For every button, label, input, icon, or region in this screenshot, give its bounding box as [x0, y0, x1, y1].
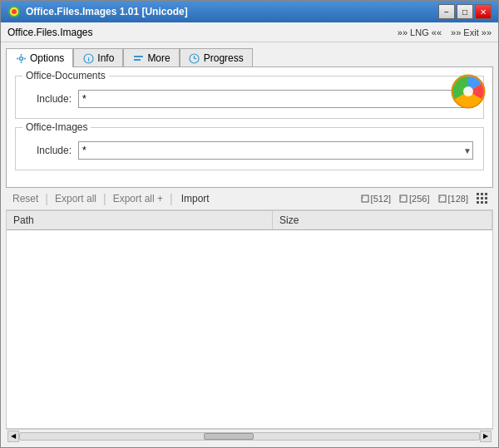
- svg-rect-17: [362, 195, 368, 202]
- table-body[interactable]: [7, 230, 492, 428]
- main-window: Office.Files.Images 1.01 [Unicode] − □ ✕…: [0, 0, 499, 448]
- main-content: Options i Info More: [1, 42, 498, 447]
- office-documents-legend: Office-Documents: [22, 70, 109, 81]
- svg-point-16: [463, 86, 473, 96]
- svg-rect-10: [134, 56, 143, 57]
- clock-icon: [189, 52, 200, 64]
- svg-rect-19: [400, 195, 407, 202]
- office-documents-section: Office-Documents Include: * All None ▼: [15, 76, 484, 119]
- import-button[interactable]: Import: [175, 191, 216, 206]
- window-title: Office.Files.Images 1.01 [Unicode]: [26, 6, 188, 17]
- col-header-path: Path: [7, 211, 273, 229]
- tab-info[interactable]: i Info: [73, 48, 123, 67]
- app-icon: [7, 5, 21, 18]
- tab-more[interactable]: More: [123, 48, 179, 67]
- close-button[interactable]: ✕: [475, 4, 492, 19]
- tab-info-label: Info: [97, 52, 114, 64]
- tab-bar: Options i Info More: [6, 47, 493, 66]
- export-all-button[interactable]: Export all: [50, 191, 101, 206]
- toolbar: Reset | Export all | Export all + | Impo…: [6, 188, 493, 210]
- office-images-legend: Office-Images: [22, 121, 91, 133]
- lng-button[interactable]: »» LNG ««: [398, 27, 442, 37]
- scroll-track[interactable]: [19, 432, 480, 441]
- info-icon: i: [82, 52, 94, 64]
- gear-icon: [15, 52, 27, 64]
- reset-button[interactable]: Reset: [7, 191, 43, 206]
- grid-icon: [477, 193, 488, 204]
- maximize-button[interactable]: □: [457, 4, 473, 19]
- horizontal-scrollbar[interactable]: ◀ ▶: [6, 429, 493, 442]
- scroll-right-arrow[interactable]: ▶: [480, 431, 492, 442]
- scroll-left-arrow[interactable]: ◀: [7, 431, 19, 442]
- scroll-thumb[interactable]: [204, 433, 254, 440]
- size-512-button[interactable]: [512]: [358, 192, 394, 205]
- tab-progress[interactable]: Progress: [180, 48, 253, 67]
- tab-options[interactable]: Options: [6, 48, 73, 67]
- resize-icon-512: [361, 194, 369, 203]
- table-header: Path Size: [7, 211, 492, 230]
- svg-point-2: [12, 9, 17, 14]
- tab-progress-label: Progress: [204, 52, 244, 64]
- title-bar: Office.Files.Images 1.01 [Unicode] − □ ✕: [1, 1, 498, 22]
- more-icon: [132, 52, 144, 64]
- resize-icon-256: [399, 194, 408, 203]
- svg-text:i: i: [87, 56, 89, 63]
- logo-icon: [451, 74, 486, 109]
- minimize-button[interactable]: −: [438, 4, 455, 19]
- svg-rect-21: [439, 195, 446, 202]
- tab-options-label: Options: [30, 52, 64, 64]
- options-panel: Office-Documents Include: * All None ▼ O: [6, 66, 493, 188]
- menu-bar: Office.Files.Images »» LNG «« »» Exit »»: [1, 22, 498, 42]
- tab-more-label: More: [147, 52, 170, 64]
- size-256-button[interactable]: [256]: [396, 192, 432, 205]
- images-include-label: Include:: [26, 145, 72, 156]
- office-images-section: Office-Images Include: * All None ▼: [15, 127, 484, 170]
- export-all-plus-button[interactable]: Export all +: [108, 191, 168, 206]
- documents-include-label: Include:: [26, 93, 72, 105]
- grid-view-button[interactable]: [473, 191, 492, 206]
- resize-icon-128: [438, 194, 447, 203]
- col-header-size: Size: [273, 211, 492, 229]
- images-include-select[interactable]: * All None: [78, 141, 473, 160]
- documents-include-select[interactable]: * All None: [78, 90, 473, 108]
- exit-button[interactable]: »» Exit »»: [451, 27, 492, 37]
- svg-rect-11: [134, 59, 141, 61]
- app-name-label: Office.Files.Images: [7, 27, 92, 38]
- logo-area: [451, 74, 486, 111]
- svg-point-3: [19, 57, 22, 60]
- data-table: Path Size: [6, 210, 493, 429]
- title-controls: − □ ✕: [438, 4, 492, 19]
- size-128-button[interactable]: [128]: [435, 192, 472, 205]
